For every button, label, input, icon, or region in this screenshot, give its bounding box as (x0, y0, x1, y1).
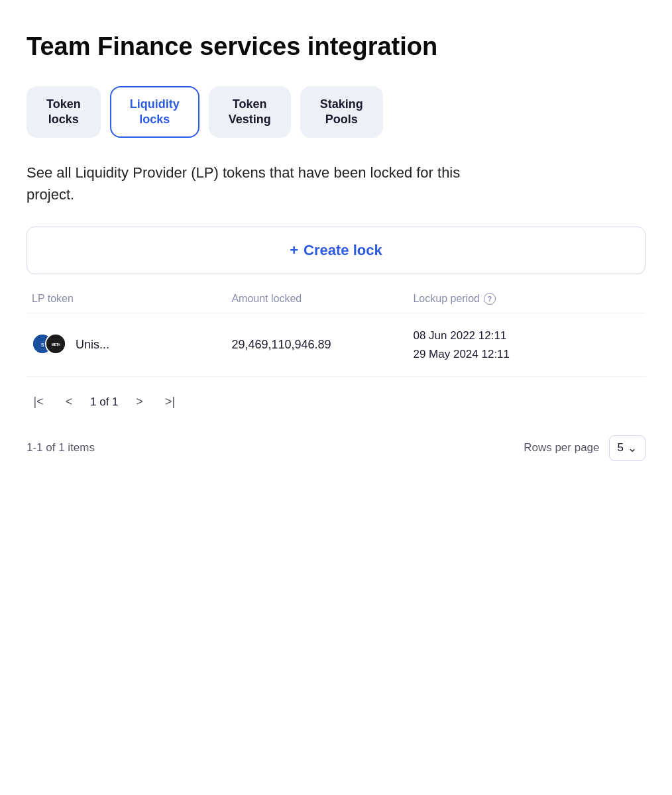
last-icon: >| (165, 395, 175, 409)
token-cell: S WETH Unis... (32, 333, 231, 357)
pagination-next-button[interactable]: > (128, 390, 152, 414)
rows-per-page-label: Rows per page (524, 441, 599, 454)
token-icons: S WETH (32, 333, 69, 357)
footer-row: 1-1 of 1 items Rows per page 5 ⌄ (27, 430, 645, 461)
header-lp-token: LP token (32, 293, 231, 305)
lockup-cell: 08 Jun 2022 12:11 29 May 2024 12:11 (413, 327, 640, 362)
tabs-row: Tokenlocks Liquiditylocks TokenVesting S… (27, 86, 645, 138)
tab-liquidity-locks[interactable]: Liquiditylocks (110, 86, 199, 138)
svg-text:WETH: WETH (52, 343, 61, 346)
page-title: Team Finance services integration (27, 32, 645, 62)
lockup-period-info-icon[interactable]: ? (484, 293, 496, 305)
header-lockup-period: Lockup period ? (413, 293, 640, 305)
lockup-end: 29 May 2024 12:11 (413, 348, 510, 360)
description-text: See all Liquidity Provider (LP) tokens t… (27, 162, 490, 205)
header-amount-locked: Amount locked (231, 293, 413, 305)
table-row[interactable]: S WETH Unis... 29,469,110,946.89 08 Jun … (27, 313, 645, 376)
table-header: LP token Amount locked Lockup period ? (27, 293, 645, 313)
token-icon-weth: WETH (45, 333, 66, 354)
liquidity-locks-table: LP token Amount locked Lockup period ? S (27, 293, 645, 376)
pagination-info: 1 of 1 (87, 396, 121, 409)
svg-text:S: S (41, 343, 44, 347)
tab-token-locks[interactable]: Tokenlocks (27, 86, 101, 138)
chevron-down-icon: ⌄ (628, 441, 637, 455)
amount-cell: 29,469,110,946.89 (231, 338, 413, 352)
rows-per-page-value: 5 (618, 441, 624, 454)
lockup-start: 08 Jun 2022 12:11 (413, 329, 506, 342)
first-icon: |< (33, 395, 43, 409)
pagination-last-button[interactable]: >| (158, 390, 182, 414)
plus-icon: + (290, 242, 298, 259)
tab-token-vesting[interactable]: TokenVesting (209, 86, 291, 138)
rows-per-page-select[interactable]: 5 ⌄ (609, 435, 645, 461)
create-lock-button[interactable]: + Create lock (27, 227, 645, 274)
pagination-prev-button[interactable]: < (57, 390, 81, 414)
prev-icon: < (66, 395, 73, 409)
items-count: 1-1 of 1 items (27, 441, 95, 454)
token-name: Unis... (76, 338, 109, 352)
next-icon: > (136, 395, 143, 409)
pagination-first-button[interactable]: |< (27, 390, 50, 414)
rows-per-page: Rows per page 5 ⌄ (524, 435, 645, 461)
create-lock-label: Create lock (304, 242, 382, 259)
tab-staking-pools[interactable]: StakingPools (300, 86, 383, 138)
pagination: |< < 1 of 1 > >| (27, 377, 645, 419)
